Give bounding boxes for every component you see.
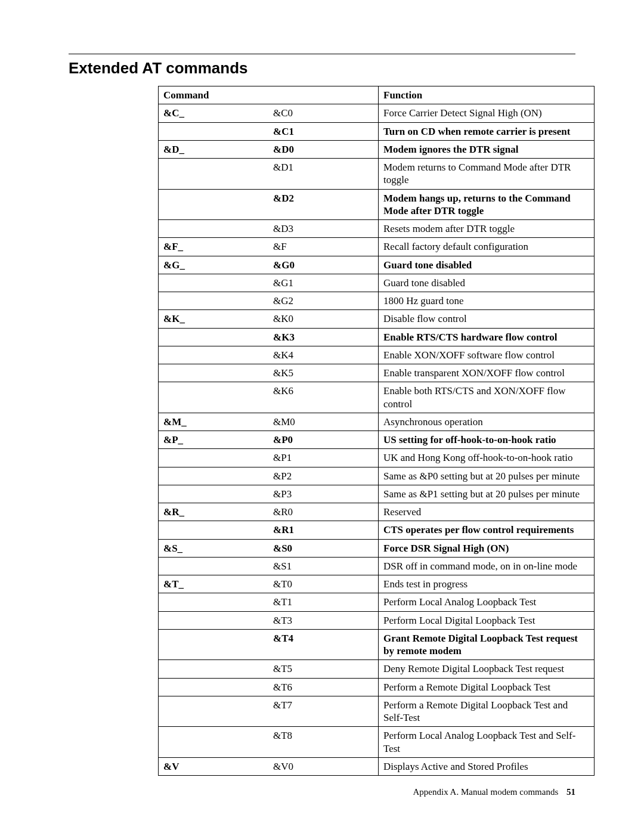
- cell-command-group: [159, 557, 269, 575]
- cell-command-group: [159, 629, 269, 660]
- cell-command-code: &C0: [268, 104, 379, 122]
- cell-function: Perform Local Analog Loopback Test: [379, 593, 595, 611]
- table-row: &D1Modem returns to Command Mode after D…: [159, 159, 595, 190]
- page: Extended AT commands Command Function &C…: [0, 0, 644, 833]
- cell-command-group: [159, 678, 269, 696]
- cell-function: CTS operates per flow control requiremen…: [379, 521, 595, 539]
- cell-command-group: [159, 467, 269, 485]
- table-row: &D_&D0Modem ignores the DTR signal: [159, 140, 595, 158]
- cell-command-code: &G0: [268, 256, 379, 274]
- cell-command-group: [159, 485, 269, 503]
- cell-command-code: &R1: [268, 521, 379, 539]
- cell-function: 1800 Hz guard tone: [379, 292, 595, 310]
- table-row: &P1UK and Hong Kong off-hook-to-on-hook …: [159, 449, 595, 467]
- table-row: &S_&S0Force DSR Signal High (ON): [159, 539, 595, 557]
- cell-command-code: &D2: [268, 189, 379, 220]
- cell-command-group: [159, 521, 269, 539]
- cell-command-code: &T5: [268, 660, 379, 678]
- cell-command-group: [159, 346, 269, 364]
- cell-command-code: &F: [268, 238, 379, 256]
- cell-command-code: &T6: [268, 678, 379, 696]
- cell-function: Perform a Remote Digital Loopback Test: [379, 678, 595, 696]
- cell-command-code: &K5: [268, 364, 379, 382]
- cell-function: Ends test in progress: [379, 575, 595, 593]
- cell-function: DSR off in command mode, on in on-line m…: [379, 557, 595, 575]
- footer-label: Appendix A. Manual modem commands: [413, 787, 559, 797]
- cell-command-code: &M0: [268, 413, 379, 431]
- cell-command-code: &D0: [268, 140, 379, 158]
- cell-command-code: &K3: [268, 328, 379, 346]
- cell-command-group: [159, 292, 269, 310]
- cell-function: Force DSR Signal High (ON): [379, 539, 595, 557]
- cell-function: Resets modem after DTR toggle: [379, 220, 595, 238]
- cell-function: Modem ignores the DTR signal: [379, 140, 595, 158]
- cell-command-group: [159, 159, 269, 190]
- section-title: Extended AT commands: [69, 59, 575, 78]
- cell-command-group: &M_: [159, 413, 269, 431]
- cell-command-code: &K4: [268, 346, 379, 364]
- cell-command-group: &G_: [159, 256, 269, 274]
- cell-command-group: &C_: [159, 104, 269, 122]
- cell-command-group: [159, 364, 269, 382]
- cell-function: Deny Remote Digital Loopback Test reques…: [379, 660, 595, 678]
- table-row: &P2Same as &P0 setting but at 20 pulses …: [159, 467, 595, 485]
- cell-function: US setting for off-hook-to-on-hook ratio: [379, 431, 595, 449]
- cell-function: Recall factory default configuration: [379, 238, 595, 256]
- table-row: &K5Enable transparent XON/XOFF flow cont…: [159, 364, 595, 382]
- cell-command-group: [159, 593, 269, 611]
- cell-command-code: &S1: [268, 557, 379, 575]
- cell-command-code: &V0: [268, 757, 379, 775]
- cell-command-group: &P_: [159, 431, 269, 449]
- col-header-function: Function: [379, 86, 595, 104]
- table-row: &D3Resets modem after DTR toggle: [159, 220, 595, 238]
- cell-command-group: [159, 727, 269, 758]
- cell-command-code: &C1: [268, 122, 379, 140]
- table-row: &T_&T0Ends test in progress: [159, 575, 595, 593]
- cell-function: Modem returns to Command Mode after DTR …: [379, 159, 595, 190]
- table-row: &F_&FRecall factory default configuratio…: [159, 238, 595, 256]
- table-row: &T5Deny Remote Digital Loopback Test req…: [159, 660, 595, 678]
- table-row: &G_&G0Guard tone disabled: [159, 256, 595, 274]
- table-row: &G1Guard tone disabled: [159, 274, 595, 292]
- cell-command-code: &K0: [268, 310, 379, 328]
- cell-command-code: &G2: [268, 292, 379, 310]
- footer-page-number: 51: [561, 787, 575, 797]
- cell-command-code: &T1: [268, 593, 379, 611]
- cell-function: Modem hangs up, returns to the Command M…: [379, 189, 595, 220]
- cell-function: Disable flow control: [379, 310, 595, 328]
- table-row: &C1Turn on CD when remote carrier is pre…: [159, 122, 595, 140]
- cell-function: Perform Local Analog Loopback Test and S…: [379, 727, 595, 758]
- table-row: &K_&K0Disable flow control: [159, 310, 595, 328]
- cell-command-group: &V: [159, 757, 269, 775]
- table-row: &R_&R0Reserved: [159, 503, 595, 521]
- cell-function: Same as &P0 setting but at 20 pulses per…: [379, 467, 595, 485]
- cell-command-group: [159, 660, 269, 678]
- cell-function: UK and Hong Kong off-hook-to-on-hook rat…: [379, 449, 595, 467]
- cell-function: Reserved: [379, 503, 595, 521]
- cell-command-group: &D_: [159, 140, 269, 158]
- cell-command-group: &F_: [159, 238, 269, 256]
- table-row: &R1CTS operates per flow control require…: [159, 521, 595, 539]
- cell-command-code: &P1: [268, 449, 379, 467]
- cell-command-group: [159, 611, 269, 629]
- cell-command-group: [159, 449, 269, 467]
- cell-function: Perform a Remote Digital Loopback Test a…: [379, 696, 595, 727]
- cell-function: Enable RTS/CTS hardware flow control: [379, 328, 595, 346]
- cell-function: Enable transparent XON/XOFF flow control: [379, 364, 595, 382]
- col-header-code-blank: [268, 86, 379, 104]
- rule-top: [69, 54, 575, 54]
- cell-command-group: [159, 328, 269, 346]
- cell-function: Enable XON/XOFF software flow control: [379, 346, 595, 364]
- cell-function: Force Carrier Detect Signal High (ON): [379, 104, 595, 122]
- cell-command-code: &D1: [268, 159, 379, 190]
- table-row: &T4Grant Remote Digital Loopback Test re…: [159, 629, 595, 660]
- table-row: &T6Perform a Remote Digital Loopback Tes…: [159, 678, 595, 696]
- table-row: &P_&P0US setting for off-hook-to-on-hook…: [159, 431, 595, 449]
- cell-command-group: [159, 274, 269, 292]
- page-footer: Appendix A. Manual modem commands 51: [413, 787, 575, 797]
- cell-function: Same as &P1 setting but at 20 pulses per…: [379, 485, 595, 503]
- table-row: &D2Modem hangs up, returns to the Comman…: [159, 189, 595, 220]
- table-row: &T8Perform Local Analog Loopback Test an…: [159, 727, 595, 758]
- cell-command-code: &P0: [268, 431, 379, 449]
- cell-command-group: [159, 122, 269, 140]
